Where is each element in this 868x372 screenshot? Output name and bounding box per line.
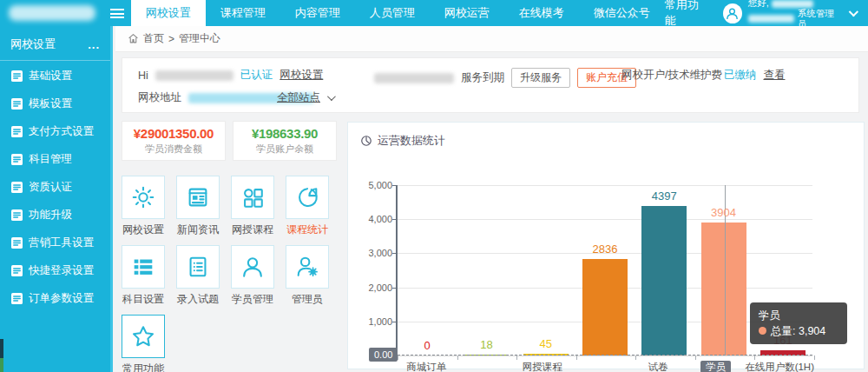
y-tick-label: 3,000 [352,248,392,258]
sidebar-item-5[interactable]: 功能升级 [0,203,110,228]
x-axis-line [398,355,812,356]
star-icon [130,323,156,349]
bar-value-label: 2836 [567,242,643,256]
x-axis-label-3 [571,361,629,372]
shortcut-label: 录入试题 [171,292,225,307]
redacted-school-name [155,70,233,81]
x-tick [398,355,398,360]
stat-card-consumption: ¥29001350.00 学员消费金额 [122,121,226,161]
form-icon [11,98,23,110]
tab-1[interactable]: 课程管理 [206,0,280,26]
news-icon [185,184,211,210]
all-sites-link[interactable]: 全部站点 [277,90,320,105]
greeting-text: 您好, [748,0,769,8]
sidebar-item-1[interactable]: 模板设置 [0,91,110,116]
stat-value: ¥198633.90 [233,126,336,141]
bar-学员[interactable] [701,223,746,355]
sidebar-item-label: 支付方式设置 [29,124,94,139]
shortcut-1[interactable] [176,176,220,219]
x-tick [754,355,755,360]
bar-3[interactable] [582,259,628,355]
sidebar-item-label: 订单参数设置 [29,291,94,306]
account-identity: Hi 已认证 网校设置 [138,68,323,83]
chart-slot-2: 45 [516,185,575,355]
main-content: 首页 > 管理中心 Hi 已认证 网校设置 服务到期 升级服务 账户充值 [115,26,868,372]
form-icon [11,182,23,193]
y-tick-label: 5,000 [352,180,392,190]
person-gear-icon [294,254,320,280]
shortcut-label: 常用功能 [116,362,170,372]
sidebar-item-8[interactable]: 订单参数设置 [0,286,110,311]
y-tick-label: 1,000 [352,316,392,327]
sidebar-item-3[interactable]: 科目管理 [0,147,110,172]
sidebar-item-label: 营销工具设置 [29,236,94,250]
shortcut-5[interactable] [176,245,220,289]
person-icon [725,6,740,21]
chart-title: 运营数据统计 [378,133,445,149]
form-icon [11,293,23,304]
fee-label: 网校开户/技术维护费 [621,68,722,83]
form-icon [11,209,23,221]
x-tick [635,355,636,360]
sidebar-item-4[interactable]: 资质认证 [0,175,110,200]
tab-2[interactable]: 内容管理 [280,0,355,26]
account-info-card: Hi 已认证 网校设置 服务到期 升级服务 账户充值 网校开户/技术维护费 已缴… [122,57,859,113]
breadcrumb-home[interactable]: 首页 [143,31,164,46]
pie-chart-icon [360,135,372,147]
form-icon [11,237,23,249]
redacted-username [772,0,813,8]
y-tick-label: 2,000 [352,282,392,293]
y-tick-label: 4,000 [352,214,392,224]
stat-label: 学员消费金额 [122,143,225,156]
tooltip-title: 学员 [759,308,838,323]
sidebar-item-label: 模板设置 [29,96,72,111]
chart-slot-5: 3904 [694,185,753,355]
grid-icon [240,184,266,210]
x-axis-label-4: 试卷 [629,361,687,372]
sidebar-item-7[interactable]: 快捷登录设置 [0,258,110,283]
tab-6[interactable]: 微信公众号 [579,0,665,26]
form-icon [11,126,23,137]
sidebar-item-0[interactable]: 基础设置 [0,63,110,89]
x-tick [457,355,458,360]
more-icon[interactable]: ... [88,38,100,51]
view-fee-link[interactable]: 查看 [763,68,785,83]
shortcut-6[interactable] [231,245,274,289]
school-settings-link[interactable]: 网校设置 [279,68,323,83]
tooltip-value: 3,904 [799,325,825,337]
quick-functions-button[interactable]: 常用功能 [665,0,707,29]
user-avatar[interactable] [723,3,742,23]
shortcut-label: 课程统计 [280,223,334,237]
upgrade-service-button[interactable]: 升级服务 [511,68,570,88]
breadcrumb-current[interactable]: 管理中心 [179,31,220,46]
shortcut-4[interactable] [122,245,165,289]
tab-3[interactable]: 人员管理 [355,0,430,26]
tab-4[interactable]: 网校运营 [430,0,504,26]
chevron-down-icon[interactable] [849,7,858,17]
shortcut-3[interactable] [286,176,329,219]
shortcut-0[interactable] [122,176,165,219]
sidebar-title: 网校设置 [10,37,56,52]
all-sites-group[interactable]: 全部站点 [277,90,333,105]
shortcut-8[interactable] [122,315,165,358]
shortcut-2[interactable] [231,176,274,219]
shortcut-label: 网授课程 [226,223,279,237]
bar-试卷[interactable] [641,206,687,355]
sidebar-item-6[interactable]: 营销工具设置 [0,230,110,256]
hamburger-menu-icon[interactable] [102,0,130,26]
user-role: 系统管理员 [798,8,841,29]
gear-icon [130,184,156,210]
x-tick [695,355,696,360]
list-icon [130,254,156,280]
app-logo [9,5,95,21]
sidebar-item-2[interactable]: 支付方式设置 [0,119,110,144]
pie-icon [294,184,320,210]
tab-0[interactable]: 网校设置 [131,0,206,26]
chevron-down-icon [327,92,336,101]
x-axis-label-2: 网授课程 [513,361,571,372]
tab-5[interactable]: 在线模考 [504,0,579,26]
shortcut-7[interactable] [286,245,329,289]
stat-card-balance: ¥198633.90 学员账户余额 [233,121,337,161]
chart-panel: 运营数据统计 5,0004,0003,0002,0001,00001845283… [347,122,865,369]
sidebar: 网校设置 ... 基础设置模板设置支付方式设置科目管理资质认证功能升级营销工具设… [0,26,113,372]
